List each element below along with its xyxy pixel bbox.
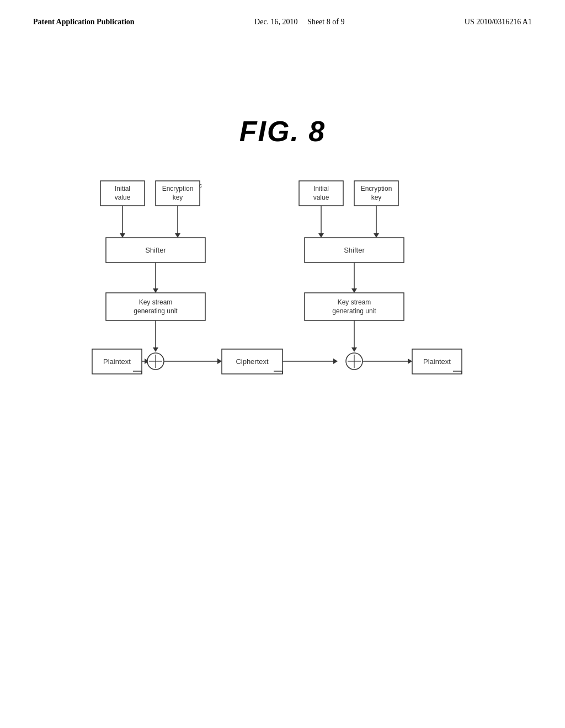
svg-text:Encryption: Encryption [361,185,392,192]
svg-marker-9 [175,233,180,238]
svg-text:Plaintext: Plaintext [103,357,131,366]
svg-rect-46 [305,293,404,320]
diagram-container: Initial value Encryption key Shifter Key… [84,175,481,407]
svg-marker-31 [333,358,338,364]
svg-marker-27 [217,358,222,364]
svg-text:Key stream: Key stream [139,298,173,306]
svg-marker-55 [408,358,412,364]
figure-title: FIG. 8 [0,115,565,148]
svg-marker-41 [374,233,379,238]
svg-text:Key stream: Key stream [338,298,371,306]
svg-marker-45 [351,288,357,293]
svg-text:Plaintext: Plaintext [423,357,451,366]
header-date: Dec. 16, 2010 [254,18,298,26]
svg-text:generating unit: generating unit [134,307,178,315]
svg-text:key: key [173,194,183,201]
svg-marker-39 [318,233,324,238]
svg-text:c: c [199,183,202,189]
svg-text:generating unit: generating unit [332,307,376,315]
svg-text:value: value [115,194,131,201]
svg-marker-50 [351,347,357,352]
header-date-sheet: Dec. 16, 2010 Sheet 8 of 9 [254,18,344,26]
header-sheet: Sheet 8 of 9 [307,18,344,26]
svg-marker-13 [153,288,158,293]
svg-text:value: value [313,194,329,201]
header-publication: Patent Application Publication [33,18,135,26]
svg-text:Initial: Initial [313,185,329,192]
svg-rect-14 [106,293,205,320]
svg-marker-18 [153,347,158,352]
header-patent-number: US 2010/0316216 A1 [465,18,532,26]
diagram-svg: Initial value Encryption key Shifter Key… [84,175,481,407]
svg-text:Shifter: Shifter [145,246,166,254]
svg-text:key: key [371,194,382,201]
svg-text:Initial: Initial [115,185,130,192]
svg-text:Ciphertext: Ciphertext [236,357,269,366]
svg-text:Shifter: Shifter [344,246,365,254]
svg-marker-7 [120,233,125,238]
page-header: Patent Application Publication Dec. 16, … [0,0,565,26]
svg-text:Encryption: Encryption [162,185,194,192]
